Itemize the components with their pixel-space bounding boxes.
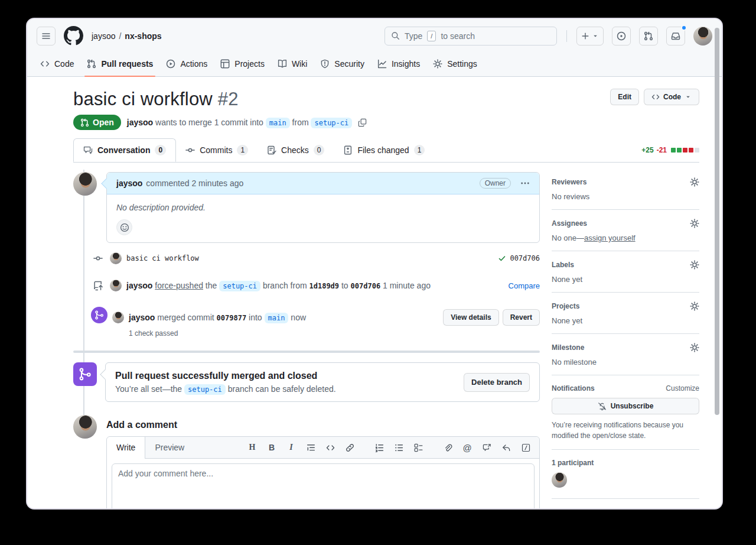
repo-tab-actions[interactable]: Actions (161, 53, 212, 76)
repo-tab-insights[interactable]: Insights (373, 53, 425, 76)
compare-link[interactable]: Compare (509, 281, 540, 290)
heading-icon[interactable]: H (247, 443, 258, 452)
link-icon[interactable] (344, 443, 355, 452)
view-details-button[interactable]: View details (443, 309, 498, 326)
comment-author[interactable]: jaysoo (116, 179, 142, 188)
numbered-list-icon[interactable] (374, 443, 384, 452)
unsubscribe-button[interactable]: Unsubscribe (552, 398, 699, 414)
tab-checks[interactable]: Checks0 (258, 138, 334, 162)
browser-window: jaysoo/nx-shops Type / to search Code Pu… (26, 18, 723, 510)
sidebar-section-participants: 1 participant (552, 450, 699, 499)
delete-branch-button[interactable]: Delete branch (464, 373, 530, 392)
quote-icon[interactable] (305, 443, 316, 452)
head-branch-chip[interactable]: setup-ci (311, 118, 352, 128)
diffstat: +25 -21 (641, 146, 699, 154)
force-pushed-link[interactable]: force-pushed (155, 281, 203, 290)
repo-tab-wiki[interactable]: Wiki (273, 53, 312, 76)
merged-banner-title: Pull request successfully merged and clo… (115, 371, 336, 381)
user-avatar[interactable] (693, 27, 712, 46)
event-author-avatar[interactable] (110, 280, 122, 291)
preview-tab[interactable]: Preview (145, 437, 194, 458)
smiley-icon (120, 223, 129, 232)
code-dropdown-button[interactable]: Code (644, 89, 699, 105)
kebab-menu-icon[interactable] (520, 179, 530, 188)
lock-icon (552, 508, 561, 510)
comment-body-text: No description provided. (116, 203, 530, 212)
commit-author-avatar[interactable] (110, 252, 122, 264)
diffstat-deletions: -21 (657, 146, 667, 154)
attach-file-icon[interactable] (442, 443, 453, 452)
task-list-icon[interactable] (413, 443, 423, 452)
github-logo-icon[interactable] (64, 26, 83, 46)
write-tab[interactable]: Write (107, 437, 145, 459)
commit-message-link[interactable]: basic ci workflow (126, 254, 199, 262)
bold-icon[interactable]: B (266, 443, 277, 452)
code-icon[interactable] (325, 443, 335, 452)
bullet-list-icon[interactable] (393, 443, 404, 452)
base-branch-chip[interactable]: main (265, 313, 289, 323)
add-reaction-button[interactable] (116, 219, 132, 235)
caret-down-icon (592, 33, 599, 40)
edit-button[interactable]: Edit (610, 89, 639, 105)
comment-author-avatar[interactable] (73, 172, 97, 196)
repo-tab-code[interactable]: Code (35, 53, 79, 76)
event-author-avatar[interactable] (112, 312, 124, 323)
commit-sha-link[interactable]: 007d706 (510, 254, 540, 262)
hamburger-menu-button[interactable] (37, 27, 56, 46)
merge-commit-sha[interactable]: 0079877 (217, 314, 247, 322)
gear-icon[interactable] (690, 219, 699, 228)
base-branch-chip[interactable]: main (266, 118, 290, 128)
repo-tab-projects[interactable]: Projects (216, 53, 269, 76)
customize-link[interactable]: Customize (666, 384, 699, 392)
pr-number: #2 (218, 89, 239, 109)
event-author[interactable]: jaysoo (129, 313, 155, 322)
italic-icon[interactable]: I (286, 443, 296, 452)
repo-tab-settings[interactable]: Settings (428, 53, 482, 76)
gear-icon[interactable] (690, 301, 699, 311)
breadcrumb-repo-link[interactable]: nx-shops (125, 31, 161, 41)
comment-textarea[interactable] (112, 463, 535, 510)
breadcrumb-owner-link[interactable]: jaysoo (92, 31, 115, 41)
shield-icon (320, 59, 330, 69)
search-icon (391, 31, 400, 40)
lock-conversation-button[interactable]: Lock conversation (552, 499, 699, 510)
repo-tab-security[interactable]: Security (315, 53, 369, 76)
owner-badge: Owner (480, 178, 511, 189)
slash-commands-icon[interactable] (520, 443, 531, 452)
search-input[interactable]: Type / to search (384, 27, 557, 46)
pr-author[interactable]: jaysoo (127, 118, 153, 127)
revert-button[interactable]: Revert (503, 309, 540, 326)
git-commit-icon (91, 254, 105, 263)
issues-button[interactable] (612, 27, 631, 46)
pull-requests-button[interactable] (639, 27, 658, 46)
comment-discussion-icon (83, 145, 93, 155)
tab-files-changed[interactable]: Files changed1 (334, 138, 434, 162)
gear-icon[interactable] (690, 177, 699, 187)
repo-tab-pull-requests[interactable]: Pull requests (82, 53, 158, 76)
participant-avatar[interactable] (552, 472, 567, 488)
old-sha[interactable]: 1d189d9 (309, 282, 340, 290)
diffstat-blocks (671, 148, 699, 153)
copy-branch-icon[interactable] (358, 118, 367, 127)
head-branch-chip[interactable]: setup-ci (219, 281, 260, 291)
tab-commits[interactable]: Commits1 (176, 138, 258, 162)
head-branch-chip[interactable]: setup-ci (184, 384, 226, 395)
check-icon[interactable] (498, 254, 506, 262)
check-status-text[interactable]: 1 check passed (129, 329, 540, 338)
assign-yourself-link[interactable]: assign yourself (584, 233, 636, 242)
comment-header: jaysoo commented 2 minutes ago Owner (107, 173, 539, 194)
cross-reference-icon[interactable] (481, 443, 492, 452)
diffstat-block-del (683, 148, 687, 153)
tab-conversation[interactable]: Conversation0 (73, 138, 176, 162)
new-sha[interactable]: 007d706 (351, 282, 381, 290)
saved-replies-icon[interactable] (501, 443, 511, 452)
add-comment-section: Add a comment Write Preview H B I (73, 415, 540, 510)
event-author[interactable]: jaysoo (126, 281, 152, 290)
create-new-button[interactable] (576, 27, 604, 46)
gear-icon[interactable] (690, 260, 699, 270)
notifications-caption: You’re receiving notifications because y… (552, 420, 699, 441)
inbox-button[interactable] (666, 27, 685, 46)
gear-icon[interactable] (690, 343, 699, 352)
mention-icon[interactable]: @ (462, 443, 472, 453)
scrollbar-thumb[interactable] (715, 28, 719, 415)
